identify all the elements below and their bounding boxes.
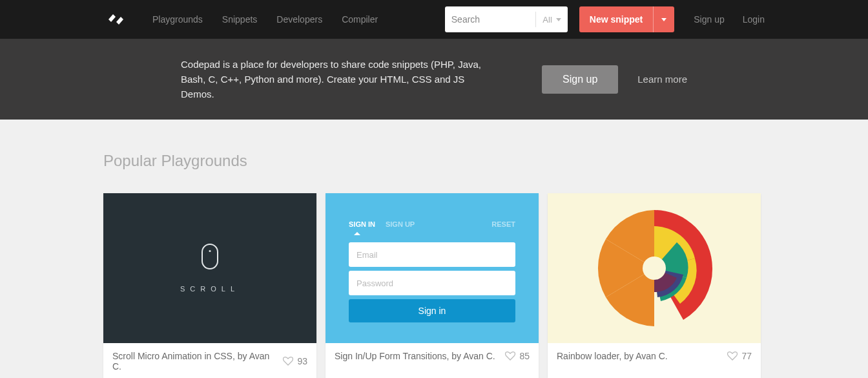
nav-snippets[interactable]: Snippets bbox=[222, 14, 257, 25]
reset-tab: RESET bbox=[491, 220, 515, 228]
card-preview: SIGN IN SIGN UP RESET Email Password Sig… bbox=[326, 193, 539, 343]
card-likes[interactable]: 85 bbox=[505, 351, 530, 361]
email-field-preview: Email bbox=[349, 242, 515, 267]
search-filter-dropdown[interactable]: All bbox=[535, 12, 561, 27]
logo[interactable] bbox=[103, 12, 129, 26]
new-snippet-dropdown[interactable] bbox=[653, 6, 674, 32]
playground-card[interactable]: SIGN IN SIGN UP RESET Email Password Sig… bbox=[326, 193, 539, 378]
like-count: 93 bbox=[297, 356, 307, 366]
card-title: Rainbow loader, by Avan C. bbox=[557, 351, 723, 361]
like-count: 85 bbox=[519, 351, 530, 361]
main-nav: Playgrounds Snippets Developers Compiler bbox=[152, 14, 378, 25]
chevron-down-icon bbox=[661, 18, 666, 21]
search-filter-label: All bbox=[542, 15, 552, 25]
heart-icon bbox=[727, 352, 738, 361]
chevron-down-icon bbox=[556, 18, 561, 21]
nav-playgrounds[interactable]: Playgrounds bbox=[152, 14, 203, 25]
svg-marker-0 bbox=[108, 14, 116, 22]
mouse-icon bbox=[202, 244, 218, 269]
new-snippet-label: New snippet bbox=[579, 14, 653, 25]
hero-banner: Codepad is a place for developers to sha… bbox=[0, 39, 868, 120]
card-title: Sign In/Up Form Transitions, by Avan C. bbox=[335, 351, 501, 361]
heart-icon bbox=[505, 352, 515, 361]
card-grid: Scroll Scroll Micro Animation in CSS, by… bbox=[103, 193, 765, 378]
nav-compiler[interactable]: Compiler bbox=[342, 14, 378, 25]
search-box: All bbox=[445, 6, 568, 32]
main-content: Popular Playgrounds Scroll Scroll Micro … bbox=[0, 120, 868, 378]
new-snippet-button[interactable]: New snippet bbox=[579, 6, 674, 32]
card-likes[interactable]: 93 bbox=[283, 356, 307, 366]
hero-signup-button[interactable]: Sign up bbox=[542, 65, 618, 94]
section-title: Popular Playgrounds bbox=[103, 152, 765, 170]
login-link[interactable]: Login bbox=[743, 14, 765, 25]
signup-tab: SIGN UP bbox=[386, 220, 415, 228]
signin-tab: SIGN IN bbox=[349, 220, 375, 228]
hero-description: Codepad is a place for developers to sha… bbox=[181, 57, 484, 102]
search-input[interactable] bbox=[451, 14, 536, 25]
rainbow-loader-icon bbox=[586, 200, 722, 336]
password-field-preview: Password bbox=[349, 271, 515, 295]
card-preview: Scroll bbox=[103, 193, 316, 343]
card-title: Scroll Micro Animation in CSS, by Avan C… bbox=[112, 351, 279, 372]
card-preview bbox=[548, 193, 761, 343]
playground-card[interactable]: Rainbow loader, by Avan C. 77 bbox=[548, 193, 761, 378]
signin-button-preview: Sign in bbox=[349, 299, 515, 322]
auth-links: Sign up Login bbox=[694, 14, 765, 25]
svg-marker-1 bbox=[116, 17, 123, 25]
signup-link[interactable]: Sign up bbox=[694, 14, 724, 25]
nav-developers[interactable]: Developers bbox=[276, 14, 322, 25]
heart-icon bbox=[283, 357, 293, 366]
card-likes[interactable]: 77 bbox=[727, 351, 752, 361]
scroll-label: Scroll bbox=[180, 285, 240, 293]
svg-point-2 bbox=[643, 257, 666, 280]
learn-more-link[interactable]: Learn more bbox=[637, 74, 687, 85]
like-count: 77 bbox=[741, 351, 752, 361]
playground-card[interactable]: Scroll Scroll Micro Animation in CSS, by… bbox=[103, 193, 316, 378]
top-header: Playgrounds Snippets Developers Compiler… bbox=[0, 0, 868, 39]
